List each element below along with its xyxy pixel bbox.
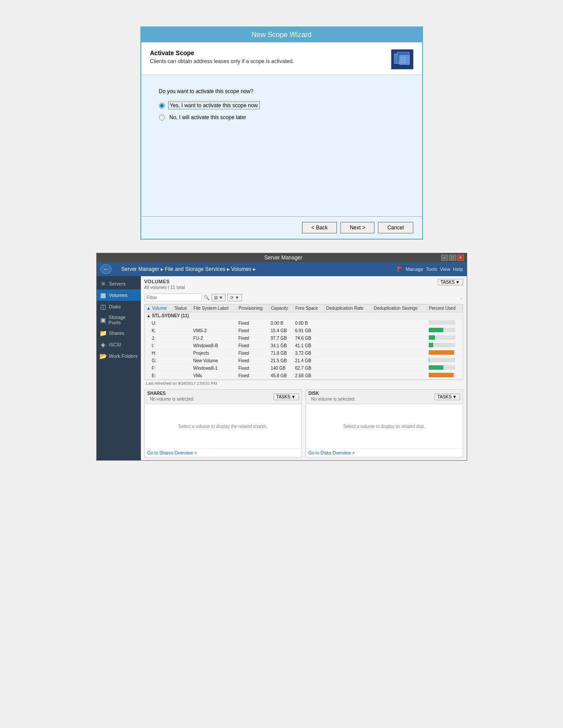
cell-status [172, 357, 191, 364]
cell-capacity: 45.8 GB [269, 372, 293, 379]
table-row[interactable]: J: FU-2 Fixed 97.7 GB 74.6 GB [145, 334, 463, 342]
sm-content: VOLUMES All volumes | 11 total TASKS ▼ 🔍… [141, 276, 467, 460]
sm-titlebar-controls: – □ ✕ [441, 255, 464, 261]
cell-volume: U: [145, 319, 173, 327]
volumes-table-container: ▲ Volume Status File System Label Provis… [144, 304, 463, 380]
manage-menu[interactable]: Manage [406, 266, 423, 272]
radio-yes[interactable] [159, 103, 165, 109]
bottom-panels: SHARES No volume is selected. TASKS ▼ Se… [144, 389, 463, 458]
table-row[interactable]: U: Fixed 0.00 B 0.00 B [145, 319, 463, 327]
wizard-titlebar: New Scope Wizard [141, 27, 422, 42]
table-group-row: ▲ STL-SYDNEY (11) [145, 312, 463, 319]
disk-panel-header: DISK No volume is selected. TASKS ▼ [306, 390, 463, 404]
cell-provisioning: Fixed [237, 364, 269, 372]
volumes-section-title: VOLUMES [144, 279, 185, 284]
cell-percent [427, 342, 462, 349]
disk-panel-subtitle: No volume is selected. [309, 396, 359, 402]
radio-yes-option[interactable]: Yes, I want to activate this scope now [159, 101, 404, 109]
col-header-free-space[interactable]: Free Space [293, 304, 324, 312]
volumes-icon: ▦ [99, 292, 107, 299]
shares-tasks-button[interactable]: TASKS ▼ [273, 394, 299, 400]
view-menu[interactable]: View [440, 266, 450, 272]
table-row[interactable]: K: VMS-2 Fixed 15.4 GB 6.91 GB [145, 327, 463, 334]
shares-panel-title: SHARES [147, 391, 197, 396]
cell-free-space: 6.91 GB [293, 327, 324, 334]
col-header-provisioning[interactable]: Provisioning [237, 304, 269, 312]
tools-menu[interactable]: Tools [426, 266, 438, 272]
expand-button[interactable]: ⌄ [459, 295, 463, 300]
wizard-footer: < Back Next > Cancel [141, 216, 422, 239]
radio-yes-label[interactable]: Yes, I want to activate this scope now [168, 101, 260, 109]
col-header-capacity[interactable]: Capacity [269, 304, 293, 312]
radio-no-option[interactable]: No, I will activate this scope later [159, 114, 404, 121]
cell-status [172, 319, 191, 327]
cell-free-space: 62.7 GB [293, 364, 324, 372]
cell-dedup-savings [372, 342, 427, 349]
refresh-button[interactable]: ⟳ ▼ [227, 294, 242, 301]
cell-provisioning: Fixed [237, 349, 269, 357]
shares-overview-link[interactable]: Go to Shares Overview > [145, 448, 302, 457]
cancel-button[interactable]: Cancel [378, 222, 413, 233]
wizard-header: Activate Scope Clients can obtain addres… [141, 42, 422, 75]
table-row[interactable]: I: Windows8-B Fixed 34.1 GB 41.1 GB [145, 342, 463, 349]
sidebar-item-iscsi[interactable]: ◈ iSCSI [97, 339, 141, 350]
restore-button[interactable]: □ [449, 255, 456, 261]
back-nav-button[interactable]: ← [100, 264, 112, 274]
flag-icon: 🚩 [397, 266, 403, 272]
col-header-dedup-savings[interactable]: Deduplication Savings [372, 304, 427, 312]
sidebar-item-volumes[interactable]: ▦ Volumes [97, 289, 141, 301]
cell-dedup-rate [324, 349, 372, 357]
shares-tasks-chevron-icon: ▼ [291, 394, 296, 399]
shares-icon: 📁 [99, 330, 107, 337]
cell-dedup-savings [372, 364, 427, 372]
volumes-tasks-button[interactable]: TASKS ▼ [438, 279, 463, 285]
cell-dedup-rate [324, 364, 372, 372]
work-folders-icon: 📂 [99, 353, 107, 360]
help-menu[interactable]: Help [453, 266, 463, 272]
cell-free-space: 3.72 GB [293, 349, 324, 357]
wizard-header-icon [391, 49, 413, 69]
cell-dedup-savings [372, 319, 427, 327]
radio-no-label[interactable]: No, I will activate this scope later [168, 114, 248, 121]
wizard-header-subtitle: Clients can obtain address leases only i… [150, 58, 294, 64]
col-header-dedup-rate[interactable]: Deduplication Rate [324, 304, 372, 312]
cell-dedup-savings [372, 372, 427, 379]
col-header-label[interactable]: File System Label [192, 304, 237, 312]
back-button[interactable]: < Back [302, 222, 337, 233]
table-row[interactable]: F: Windows8-1 Fixed 140 GB 62.7 GB [145, 364, 463, 372]
close-button[interactable]: ✕ [457, 255, 464, 261]
sidebar-label-volumes: Volumes [109, 293, 128, 298]
cell-dedup-savings [372, 334, 427, 342]
cell-label: Projects [192, 349, 237, 357]
cell-volume: J: [145, 334, 173, 342]
col-header-percent[interactable]: Percent Used [427, 304, 462, 312]
disk-tasks-button[interactable]: TASKS ▼ [435, 394, 460, 400]
cell-volume: H: [145, 349, 173, 357]
cell-dedup-savings [372, 349, 427, 357]
sidebar-label-work-folders: Work Folders [109, 353, 138, 359]
cell-provisioning: Fixed [237, 327, 269, 334]
radio-no[interactable] [159, 115, 165, 120]
disk-tasks-chevron-icon: ▼ [453, 394, 457, 399]
sidebar-item-shares[interactable]: 📁 Shares [97, 327, 141, 339]
sidebar-item-storage-pools[interactable]: ▣ Storage Pools [97, 312, 141, 327]
cell-dedup-savings [372, 357, 427, 364]
wizard-header-title: Activate Scope [150, 49, 294, 56]
sidebar-item-disks[interactable]: ◫ Disks [97, 301, 141, 312]
breadcrumb-text: Server Manager ▸ File and Storage Servic… [121, 266, 256, 272]
minimize-button[interactable]: – [441, 255, 448, 261]
next-button[interactable]: Next > [340, 222, 374, 233]
filter-input[interactable] [144, 293, 202, 301]
table-row[interactable]: E: VMs Fixed 45.8 GB 2.68 GB [145, 372, 463, 379]
cell-volume: F: [145, 364, 173, 372]
table-row[interactable]: G: New Volume Fixed 21.5 GB 21.4 GB [145, 357, 463, 364]
table-row[interactable]: H: Projects Fixed 71.8 GB 3.72 GB [145, 349, 463, 357]
col-header-volume[interactable]: ▲ Volume [145, 304, 173, 312]
cell-capacity: 71.8 GB [269, 349, 293, 357]
col-header-status[interactable]: Status [172, 304, 191, 312]
cell-dedup-rate [324, 327, 372, 334]
grid-view-button[interactable]: ⊞ ▼ [212, 294, 226, 301]
disks-overview-link[interactable]: Go to Disks Overview > [306, 448, 463, 457]
sidebar-item-servers[interactable]: ≡ Servers [97, 278, 141, 289]
sidebar-item-work-folders[interactable]: 📂 Work Folders [97, 350, 141, 362]
